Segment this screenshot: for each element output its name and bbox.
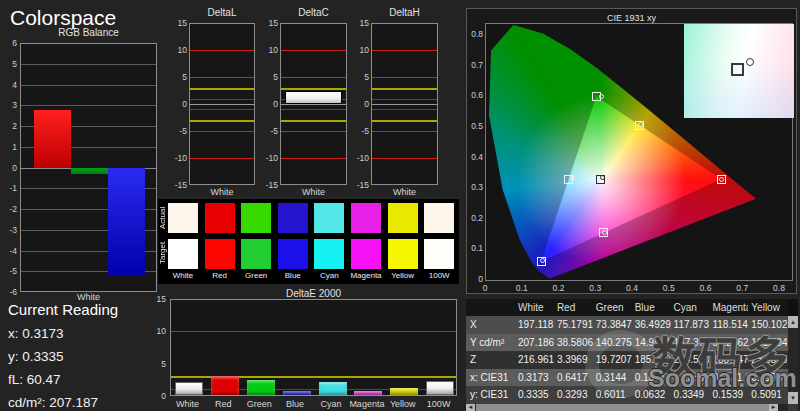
table-header-cyan: Cyan [671, 299, 710, 316]
table-cell-red: 38.5806 [554, 334, 593, 352]
cie-x-tick: 0.2 [544, 283, 574, 293]
delta-chart-title-deltac: DeltaC [265, 7, 362, 18]
delta-y-tick: 5 [352, 72, 369, 82]
table-header-green: Green [593, 299, 632, 316]
rgb-y-tick: -2 [2, 204, 17, 214]
delta-x-label: White [270, 187, 357, 197]
deltae-bar-100w [426, 381, 454, 395]
swatch-target-blue [278, 239, 308, 269]
cie-diagram-panel: CIE 1931 xy 0.80.70.60.50.40.30.20.1000.… [466, 8, 797, 294]
swatch-target-magenta [351, 239, 381, 269]
table-cell-yellow: 150.102 [748, 316, 787, 334]
rgb-y-tick: 2 [2, 121, 17, 131]
current-reading-line: x: 0.3173 [8, 326, 64, 341]
table-header-red: Red [554, 299, 593, 316]
delta-limit-line [281, 131, 346, 132]
delta-y-tick: -10 [352, 153, 369, 163]
table-row-label: X [466, 316, 515, 334]
deltae-x-label: White [170, 399, 205, 409]
deltae-x-label: Blue [278, 399, 313, 409]
delta-chart-title-deltal: DeltaL [174, 7, 270, 18]
table-cell-red: 75.1791 [554, 316, 593, 334]
delta-y-tick: 15 [261, 18, 278, 28]
delta-chart-title-deltah: DeltaH [356, 7, 453, 18]
rgb-bar-green [71, 168, 108, 174]
table-cell-green: 73.3847 [593, 316, 632, 334]
swatch-target-red [205, 239, 235, 269]
delta-limit-line [190, 158, 254, 159]
table-cell-cyan: 0.2355 [671, 369, 710, 387]
table-cell-yellow: 0.5091 [748, 386, 787, 404]
table-cell-yellow: 23.0890 [748, 351, 787, 369]
scroll-down-button[interactable]: ▼ [788, 392, 798, 404]
delta-limit-line [190, 104, 254, 105]
scroll-left-button[interactable]: ◄ [466, 404, 475, 411]
delta-limit-line [372, 77, 437, 78]
swatch-actual-red [205, 203, 235, 233]
table-cell-cyan: 167.3793 [671, 334, 710, 352]
measurement-table: ▲ ▼ ◄ ► WhiteRedGreenBlueCyanMagentaYell… [466, 299, 798, 411]
table-row-label: y: CIE31 [466, 386, 515, 404]
cie-x-tick: 0.8 [764, 283, 794, 293]
rgb-balance-title: RGB Balance [20, 27, 157, 38]
table-cell-green: 0.3144 [593, 369, 632, 387]
swatch-column-label: 100W [421, 271, 457, 280]
delta-limit-line [281, 104, 346, 105]
table-cell-cyan: 117.8737 [671, 316, 710, 334]
deltae-x-label: Magenta [349, 399, 384, 409]
rgb-y-tick: 0 [2, 163, 17, 173]
delta-y-tick: 15 [352, 18, 369, 28]
cie-y-tick: 0.4 [467, 152, 483, 162]
table-cell-white: 0.3335 [515, 386, 554, 404]
delta-limit-line [190, 50, 254, 51]
deltae-y-tick: 10 [146, 326, 166, 336]
table-cell-green: 19.7207 [593, 351, 632, 369]
delta-y-tick: 10 [352, 45, 369, 55]
table-vertical-scrollbar[interactable] [788, 316, 798, 404]
inset-target-square-marker [731, 63, 744, 76]
delta-chart-deltah [371, 23, 438, 185]
cie-whitepoint-inset [684, 24, 794, 118]
deltae-bar-red [211, 376, 239, 395]
rgb-gridline [21, 64, 156, 65]
horizontal-scroll-thumb[interactable] [476, 404, 769, 411]
delta-limit-line [281, 88, 346, 90]
deltae-x-label: 100W [421, 399, 456, 409]
table-cell-magenta: 0.1539 [709, 386, 748, 404]
delta-limit-line [372, 104, 437, 105]
delta-y-tick: 0 [352, 99, 369, 109]
deltae-bar-yellow [390, 388, 418, 395]
cie-x-tick: 0.4 [617, 283, 647, 293]
rgb-y-tick: 5 [2, 59, 17, 69]
delta-y-tick: 0 [261, 99, 278, 109]
delta-y-tick: 0 [170, 99, 187, 109]
scroll-right-button[interactable]: ► [769, 404, 778, 411]
cie-y-tick: 0.3 [467, 182, 483, 192]
deltae-y-tick: 5 [146, 359, 166, 369]
table-cell-blue: 14.9541 [632, 334, 671, 352]
table-cell-green: 0.6011 [593, 386, 632, 404]
table-cell-blue: 185.2903 [632, 351, 671, 369]
rgb-y-tick: -6 [2, 287, 17, 297]
scroll-up-button[interactable]: ▲ [788, 316, 798, 328]
rgb-y-tick: 4 [2, 80, 17, 90]
delta-limit-line [372, 158, 437, 159]
table-header-magenta: Magenta [709, 299, 748, 316]
table-header-yellow: Yellow [748, 299, 787, 316]
cie-x-tick: 0.6 [691, 283, 721, 293]
swatch-actual-cyan [314, 203, 344, 233]
deltae-bar-cyan [319, 382, 347, 395]
delta-y-tick: -10 [261, 153, 278, 163]
table-cell-white: 197.1182 [515, 316, 554, 334]
delta-limit-line [281, 77, 346, 78]
delta-y-tick: 10 [170, 45, 187, 55]
deltae-x-label: Cyan [314, 399, 349, 409]
swatch-actual-magenta [351, 203, 381, 233]
delta-x-label: White [361, 187, 448, 197]
swatch-column-label: White [165, 271, 201, 280]
delta-limit-line [281, 50, 346, 51]
deltae-limit-line [171, 331, 456, 332]
delta-limit-line [190, 109, 254, 110]
cie-y-tick: 0.7 [467, 60, 483, 70]
swatch-actual-green [241, 203, 271, 233]
